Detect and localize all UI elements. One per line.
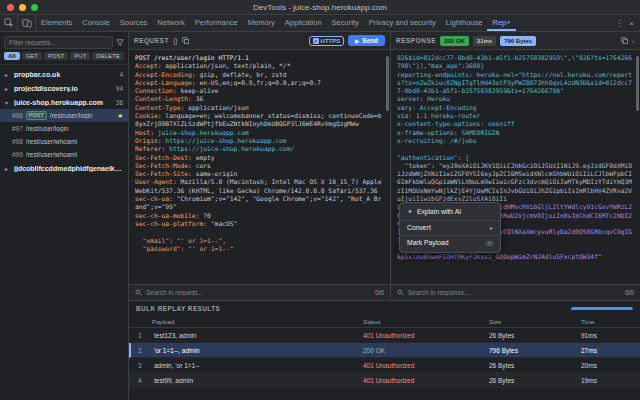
- tab-lighthouse[interactable]: Lighthouse: [441, 15, 488, 31]
- request-path: /rest/user/login: [50, 112, 114, 119]
- minimize-window-button[interactable]: [19, 4, 26, 11]
- code-line: sec-ch-ua-platform: "macOS": [135, 220, 384, 228]
- size-cell: 796 Bytes: [489, 347, 581, 354]
- filter-chip-get[interactable]: GET: [22, 52, 42, 60]
- zoom-window-button[interactable]: [31, 4, 38, 11]
- domain-row-projectdiscovery-io[interactable]: ▸projectdiscovery.io94: [0, 81, 128, 95]
- row-number: 1: [138, 332, 154, 339]
- payload-cell: test99, admin: [154, 377, 363, 384]
- copy-response-icon[interactable]: [621, 37, 628, 44]
- tab-memory[interactable]: Memory: [243, 15, 280, 31]
- tab-performance[interactable]: Performance: [190, 15, 243, 31]
- column-header-payload: Payload: [152, 318, 363, 325]
- search-request-input[interactable]: [146, 289, 371, 296]
- context-menu-item-label: Mark Payload: [407, 239, 449, 247]
- code-line: Accept-Language: en-US,en;q=0.9,fr;q=0.8…: [135, 79, 384, 87]
- tab-rep[interactable]: Rep+: [487, 15, 515, 31]
- close-devtools-icon[interactable]: ×: [629, 19, 634, 28]
- context-menu-item-label: Explain with AI: [417, 208, 461, 216]
- request-id: #96: [12, 112, 23, 119]
- devtools-window: DevTools - juice-shop.herokuapp.com Elem…: [0, 0, 640, 400]
- tab-security[interactable]: Security: [327, 15, 364, 31]
- context-menu-item-mark-payload[interactable]: Mark Payload(§): [400, 235, 500, 250]
- time-badge: 31ms: [473, 36, 496, 46]
- method-badge: POST: [26, 111, 47, 120]
- device-toolbar-icon[interactable]: [18, 15, 36, 31]
- domain-row-juice-shop-herokuapp-com[interactable]: ▾juice-shop.herokuapp.com36: [0, 95, 128, 109]
- table-row[interactable]: 3admin, 'or 1=1--401 Unauthorized26 Byte…: [129, 358, 640, 373]
- domain-request-count: 94: [116, 85, 123, 92]
- request-row[interactable]: #96POST/rest/user/login★: [0, 109, 128, 122]
- star-icon[interactable]: ★: [117, 112, 123, 120]
- chevron-right-icon: ▸: [5, 165, 11, 172]
- search-response-input[interactable]: [408, 289, 621, 296]
- code-line: Cookie: language=en; welcomebanner_statu…: [135, 112, 384, 129]
- request-id: #99: [12, 151, 23, 158]
- download-response-icon[interactable]: ↓: [632, 37, 636, 44]
- copy-request-icon[interactable]: [182, 37, 189, 44]
- close-window-button[interactable]: [7, 4, 14, 11]
- code-line: Connection: keep-alive: [135, 87, 384, 95]
- request-search-bar: 0/0: [129, 284, 390, 300]
- filter-icon[interactable]: [116, 39, 124, 47]
- context-menu-item-explain-with-ai[interactable]: ✦Explain with AI: [400, 205, 500, 220]
- context-menu-item-convert[interactable]: Convert▸: [400, 220, 500, 235]
- code-line: reporting-endpoints: heroku-nel="https:/…: [397, 71, 634, 96]
- domain-row-jjdcoblifccddmedphidfgenaeikilada[interactable]: ▸jjdcoblifccddmedphidfgenaeikilada: [0, 161, 128, 175]
- code-line: Sec-Fetch-Dest: empty: [135, 154, 384, 162]
- request-id: #98: [12, 138, 23, 145]
- devtools-tabbar: ElementsConsoleSourcesNetworkPerformance…: [0, 15, 640, 32]
- response-viewer[interactable]: 026$id=812dcc77-0bd0-43b1-a5f1-b25750382…: [391, 50, 640, 284]
- time-cell: 27ms: [581, 347, 633, 354]
- sparkle-icon: ✦: [407, 208, 413, 216]
- tab-privacy-and-security[interactable]: Privacy and security: [364, 15, 441, 31]
- request-path: /rest/user/whoami: [26, 151, 123, 158]
- code-line: server: Heroku: [397, 95, 634, 103]
- table-row[interactable]: 1test123, admin401 Unauthorized26 Bytes9…: [129, 328, 640, 343]
- right-column: REQUEST {} ✓ HTTPS ▶ Send: [129, 32, 640, 400]
- request-path: /rest/user/login: [26, 125, 123, 132]
- filter-chip-post[interactable]: POST: [44, 52, 68, 60]
- tab-sources[interactable]: Sources: [115, 15, 153, 31]
- filter-chip-all[interactable]: All: [4, 52, 20, 60]
- response-scrollbar[interactable]: [636, 56, 639, 111]
- response-panel: RESPONSE 200 OK 31ms 796 Bytes ↓ 026$id=…: [391, 32, 640, 300]
- tab-application[interactable]: Application: [280, 15, 327, 31]
- request-row[interactable]: #97/rest/user/login: [0, 122, 128, 135]
- request-row[interactable]: #98/rest/user/whoami: [0, 135, 128, 148]
- more-options-icon[interactable]: ⋮: [615, 19, 623, 28]
- domain-name: propbar.co.uk: [14, 71, 116, 78]
- code-line: POST /rest/user/login HTTP/1.1: [135, 54, 384, 62]
- tab-elements[interactable]: Elements: [36, 15, 77, 31]
- inspect-element-icon[interactable]: [0, 15, 18, 31]
- table-row[interactable]: 4test99, admin401 Unauthorized26 Bytes19…: [129, 373, 640, 388]
- filter-chip-put[interactable]: PUT: [70, 52, 90, 60]
- request-scrollbar[interactable]: [386, 56, 389, 111]
- chevron-right-icon: ▸: [5, 71, 11, 78]
- send-button-label: Send: [362, 37, 378, 44]
- send-button[interactable]: ▶ Send: [348, 35, 385, 46]
- tab-console[interactable]: Console: [77, 15, 115, 31]
- https-toggle-label: HTTPS: [321, 38, 341, 44]
- request-editor[interactable]: POST /rest/user/login HTTP/1.1Accept: ap…: [129, 50, 390, 284]
- table-row[interactable]: 2'or 1=1--, admin200 OK796 Bytes27ms: [129, 343, 640, 358]
- filter-chip-delete[interactable]: DELETE: [92, 52, 123, 60]
- code-line: [135, 228, 384, 236]
- row-number: 3: [138, 362, 154, 369]
- domain-row-propbar-co-uk[interactable]: ▸propbar.co.uk4: [0, 67, 128, 81]
- format-code-icon[interactable]: {}: [173, 37, 178, 44]
- code-line: Accept: application/json, text/plain, */…: [135, 62, 384, 70]
- code-line: sec-ch-ua: "Chromium";v="142", "Google C…: [135, 195, 384, 212]
- code-line: x-frame-options: SAMEORIGIN: [397, 129, 634, 137]
- size-cell: 26 Bytes: [489, 377, 581, 384]
- https-toggle[interactable]: ✓ HTTPS: [309, 36, 345, 46]
- row-number: 2: [138, 347, 154, 354]
- column-header-size: Size: [489, 318, 581, 325]
- request-row[interactable]: #99/rest/user/whoami: [0, 148, 128, 161]
- tab-network[interactable]: Network: [152, 15, 190, 31]
- row-number: 4: [138, 377, 154, 384]
- domain-request-count: 36: [116, 99, 123, 106]
- filter-requests-input[interactable]: [4, 36, 113, 49]
- tabbar-actions: ⋮ ×: [609, 15, 640, 31]
- devtools-tabs: ElementsConsoleSourcesNetworkPerformance…: [36, 15, 609, 31]
